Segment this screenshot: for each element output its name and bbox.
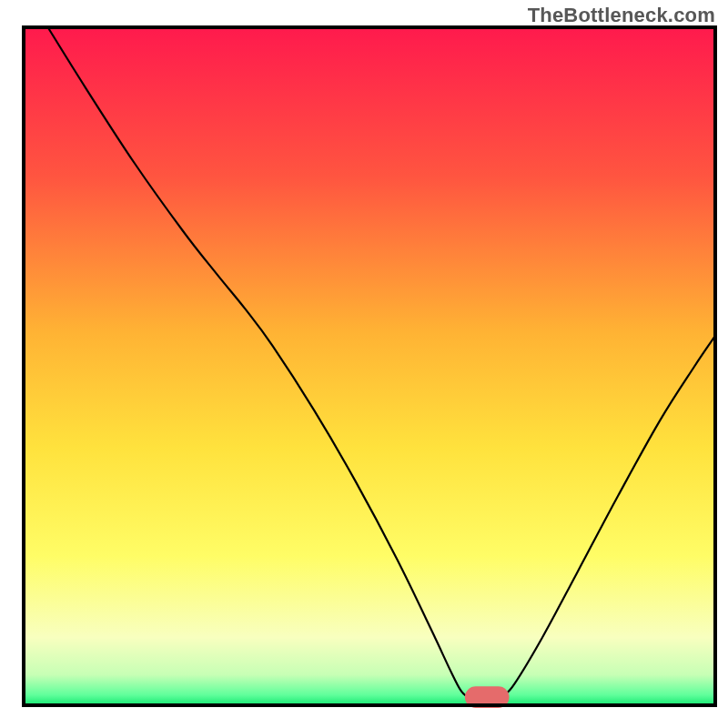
chart-container: { "watermark": "TheBottleneck.com", "cha… [0,0,728,728]
bottleneck-chart [0,0,728,728]
chart-background [24,27,715,705]
watermark-text: TheBottleneck.com [528,4,715,27]
